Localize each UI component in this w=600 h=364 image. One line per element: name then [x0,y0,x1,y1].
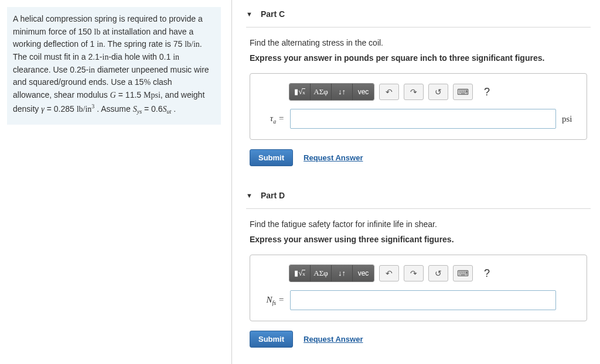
part-c-answer-box: ▮√x ΑΣφ ↓↑ vec ↶ ↷ ↺ ⌨ ? τa = psi [250,73,587,140]
template-button[interactable]: ▮√x [289,265,311,281]
vec-button[interactable]: vec [353,265,374,281]
part-c-instruction: Express your answer in pounds per square… [250,53,587,63]
undo-button[interactable]: ↶ [379,265,399,281]
part-c-block: ▼ Part C Find the alternating stress in … [246,6,591,181]
part-c-request-answer-link[interactable]: Request Answer [304,153,363,162]
part-d-submit-button[interactable]: Submit [250,331,293,348]
keyboard-button[interactable]: ⌨ [453,265,473,281]
greek-button[interactable]: ΑΣφ [311,84,332,100]
redo-button[interactable]: ↷ [404,265,424,281]
part-c-prompt: Find the alternating stress in the coil. [250,38,587,47]
toolbar: ▮√x ΑΣφ ↓↑ vec ↶ ↷ ↺ ⌨ ? [289,265,577,282]
part-d-block: ▼ Part D Find the fatigue safety factor … [246,187,591,363]
part-c-answer-input[interactable] [290,109,556,129]
part-d-instruction: Express your answer using three signific… [250,235,587,244]
part-c-submit-button[interactable]: Submit [250,149,293,166]
problem-panel: A helical compression spring is required… [0,0,231,364]
part-c-header[interactable]: ▼ Part C [246,6,591,27]
undo-button[interactable]: ↶ [379,84,399,100]
part-d-prompt: Find the fatigue safety factor for infin… [250,219,587,229]
scripts-button[interactable]: ↓↑ [332,265,353,281]
help-button[interactable]: ? [479,265,495,281]
reset-button[interactable]: ↺ [428,84,448,100]
tool-group-dark: ▮√x ΑΣφ ↓↑ vec [289,265,374,282]
part-d-answer-input[interactable] [290,290,556,310]
answer-panel: ▼ Part C Find the alternating stress in … [232,0,600,364]
part-d-title: Part D [261,191,285,200]
template-button[interactable]: ▮√x [289,84,311,100]
help-button[interactable]: ? [479,84,495,100]
part-d-answer-box: ▮√x ΑΣφ ↓↑ vec ↶ ↷ ↺ ⌨ ? Nfs = [250,255,587,321]
toolbar: ▮√x ΑΣφ ↓↑ vec ↶ ↷ ↺ ⌨ ? [289,83,577,101]
part-d-request-answer-link[interactable]: Request Answer [304,335,363,344]
part-d-header[interactable]: ▼ Part D [246,187,591,208]
part-c-var-label: τa = [260,114,284,125]
tool-group-dark: ▮√x ΑΣφ ↓↑ vec [289,83,374,101]
reset-button[interactable]: ↺ [428,265,448,281]
caret-down-icon: ▼ [246,192,253,199]
redo-button[interactable]: ↷ [404,84,424,100]
part-c-unit: psi [562,114,577,124]
part-c-title: Part C [261,9,285,19]
vec-button[interactable]: vec [353,84,374,100]
scripts-button[interactable]: ↓↑ [332,84,353,100]
greek-button[interactable]: ΑΣφ [311,265,332,281]
part-d-var-label: Nfs = [260,295,284,306]
problem-statement: A helical compression spring is required… [7,7,221,125]
keyboard-button[interactable]: ⌨ [453,84,473,100]
caret-down-icon: ▼ [246,11,253,18]
